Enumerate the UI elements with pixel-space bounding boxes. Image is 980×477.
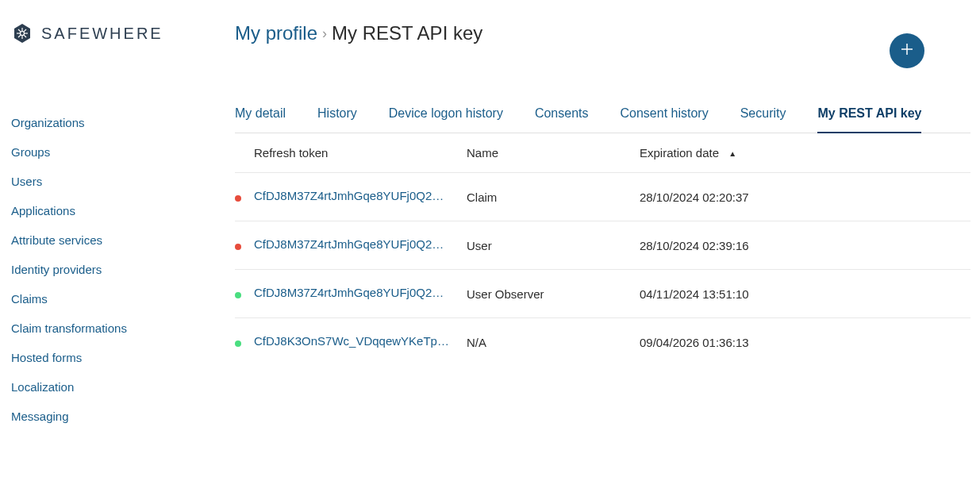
tab-device-logon-history[interactable]: Device logon history xyxy=(389,100,503,133)
header-name[interactable]: Name xyxy=(467,146,640,160)
token-expiration: 09/04/2026 01:36:13 xyxy=(640,336,749,349)
sidebar-item-groups[interactable]: Groups xyxy=(11,137,195,167)
status-indicator-icon xyxy=(235,244,241,250)
sidebar-item-attribute-services[interactable]: Attribute services xyxy=(11,225,195,255)
token-link[interactable]: CfDJ8M37Z4rtJmhGqe8YUFj0Q2w6… xyxy=(254,189,452,202)
table-row: CfDJ8M37Z4rtJmhGqe8YUFj0Q2wl… User 28/10… xyxy=(235,221,970,269)
main-content: My profile › My REST API key My detail H… xyxy=(206,0,980,477)
logo-icon xyxy=(11,22,33,44)
breadcrumb-separator: › xyxy=(322,25,327,42)
sidebar-item-localization[interactable]: Localization xyxy=(11,372,195,402)
sidebar-item-claims[interactable]: Claims xyxy=(11,284,195,314)
sort-ascending-icon: ▲ xyxy=(728,149,736,158)
table-row: CfDJ8M37Z4rtJmhGqe8YUFj0Q2w6… Claim 28/1… xyxy=(235,172,970,221)
token-name: User xyxy=(467,239,492,252)
token-name: Claim xyxy=(467,190,497,204)
sidebar-item-claim-transformations[interactable]: Claim transformations xyxy=(11,314,195,343)
sidebar-item-hosted-forms[interactable]: Hosted forms xyxy=(11,343,195,372)
tab-my-rest-api-key[interactable]: My REST API key xyxy=(817,100,921,133)
sidebar-item-users[interactable]: Users xyxy=(11,167,195,196)
status-indicator-icon xyxy=(235,195,241,202)
token-name: User Observer xyxy=(467,287,544,301)
sidebar: SAFEWHERE Organizations Groups Users App… xyxy=(0,0,206,477)
header-expiration-date[interactable]: Expiration date ▲ xyxy=(640,146,970,160)
token-link[interactable]: CfDJ8K3OnS7Wc_VDqqewYKeTpUb… xyxy=(254,334,452,348)
token-expiration: 28/10/2024 02:39:16 xyxy=(640,239,749,252)
token-expiration: 28/10/2024 02:20:37 xyxy=(640,190,749,204)
logo-text: SAFEWHERE xyxy=(41,25,163,43)
breadcrumb-link-profile[interactable]: My profile xyxy=(235,22,317,44)
plus-icon xyxy=(899,41,915,60)
tab-consents[interactable]: Consents xyxy=(535,100,589,133)
add-button[interactable] xyxy=(890,33,924,68)
sidebar-item-applications[interactable]: Applications xyxy=(11,196,195,225)
token-name: N/A xyxy=(467,336,486,349)
tab-my-detail[interactable]: My detail xyxy=(235,100,286,133)
tab-consent-history[interactable]: Consent history xyxy=(620,100,708,133)
tab-history[interactable]: History xyxy=(317,100,357,133)
breadcrumb: My profile › My REST API key xyxy=(235,22,970,44)
tab-security[interactable]: Security xyxy=(740,100,786,133)
breadcrumb-current: My REST API key xyxy=(332,22,482,44)
tabs: My detail History Device logon history C… xyxy=(235,100,970,133)
logo[interactable]: SAFEWHERE xyxy=(11,22,195,44)
sidebar-item-messaging[interactable]: Messaging xyxy=(11,402,195,431)
token-expiration: 04/11/2024 13:51:10 xyxy=(640,287,749,301)
sidebar-item-identity-providers[interactable]: Identity providers xyxy=(11,255,195,284)
status-indicator-icon xyxy=(235,340,241,347)
header-refresh-token[interactable]: Refresh token xyxy=(254,146,467,160)
table-row: CfDJ8K3OnS7Wc_VDqqewYKeTpUb… N/A 09/04/2… xyxy=(235,317,970,366)
header-expiration-date-label: Expiration date xyxy=(640,146,719,160)
sidebar-nav: Organizations Groups Users Applications … xyxy=(11,108,195,431)
token-link[interactable]: CfDJ8M37Z4rtJmhGqe8YUFj0Q2wl… xyxy=(254,237,452,251)
table-row: CfDJ8M37Z4rtJmhGqe8YUFj0Q2wf… User Obser… xyxy=(235,269,970,317)
token-link[interactable]: CfDJ8M37Z4rtJmhGqe8YUFj0Q2wf… xyxy=(254,286,452,299)
api-key-table: Refresh token Name Expiration date ▲ CfD… xyxy=(235,133,970,366)
status-indicator-icon xyxy=(235,292,241,298)
table-header: Refresh token Name Expiration date ▲ xyxy=(235,133,970,172)
sidebar-item-organizations[interactable]: Organizations xyxy=(11,108,195,137)
